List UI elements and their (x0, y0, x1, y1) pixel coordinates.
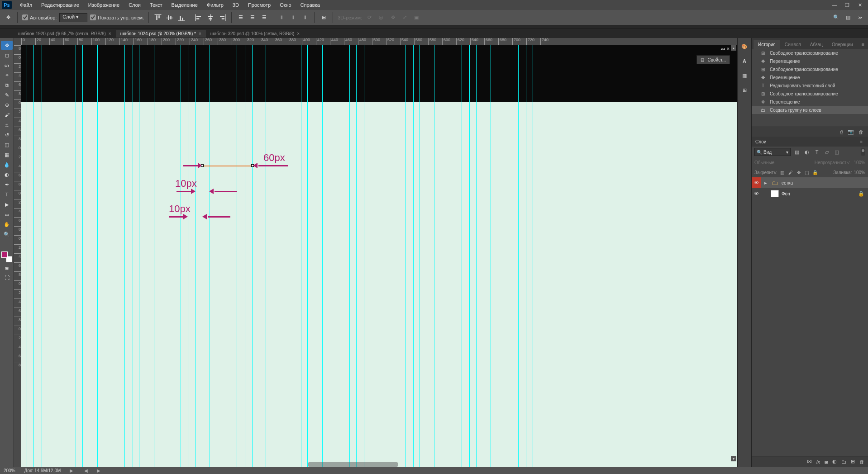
align-left-icon[interactable] (194, 13, 203, 22)
guide-vertical[interactable] (237, 45, 237, 467)
guide-vertical[interactable] (97, 45, 98, 467)
history-snapshot-icon[interactable]: 📷 (848, 129, 854, 135)
guide-vertical[interactable] (82, 45, 83, 467)
guide-vertical[interactable] (476, 45, 477, 467)
filter-smart-icon[interactable]: ◫ (833, 148, 840, 156)
filter-toggle[interactable] (861, 148, 865, 156)
menu-редактирование[interactable]: Редактирование (37, 1, 84, 9)
guide-vertical[interactable] (379, 45, 379, 467)
marquee-tool[interactable]: ◻ (1, 51, 13, 60)
layer-name-label[interactable]: сетка (782, 180, 793, 185)
distribute-left-icon[interactable]: ⫴ (277, 13, 286, 22)
color-swatches[interactable] (1, 251, 12, 262)
screen-mode-tool[interactable]: ⛶ (1, 273, 13, 282)
libraries-panel-icon[interactable]: ⊞ (739, 85, 749, 95)
panel-menu-icon[interactable]: ≡ (860, 40, 866, 49)
blur-tool[interactable]: 💧 (1, 160, 13, 169)
menu-окно[interactable]: Окно (275, 1, 296, 9)
auto-select-mode[interactable]: Слой ▾ (59, 13, 87, 22)
guide-vertical[interactable] (307, 45, 308, 467)
align-bottom-icon[interactable] (177, 13, 186, 22)
scroll-up-button[interactable]: ▴ (731, 45, 736, 51)
document-tab[interactable]: шаблон 1024.psd @ 200% (RGB/8) *× (116, 30, 206, 38)
layer-row[interactable]: 👁Фон🔒 (752, 188, 868, 199)
auto-select-checkbox[interactable]: Автовыбор: (22, 14, 57, 20)
guide-vertical[interactable] (27, 45, 27, 467)
layer-row[interactable]: 👁▸🗀сетка (752, 177, 868, 188)
guide-vertical[interactable] (266, 45, 266, 467)
blend-mode-select[interactable]: Обычные (754, 160, 774, 165)
quick-mask-tool[interactable]: ◙ (1, 263, 13, 272)
menu-слои[interactable]: Слои (124, 1, 145, 9)
link-layers-icon[interactable]: ⋈ (807, 459, 812, 465)
guide-vertical[interactable] (518, 45, 519, 467)
close-tab-icon[interactable]: × (199, 31, 201, 36)
zoom-tool[interactable]: 🔍 (1, 230, 13, 239)
crop-tool[interactable]: ⧉ (1, 81, 13, 90)
menu-текст[interactable]: Текст (145, 1, 167, 9)
window-close[interactable]: ✕ (854, 0, 866, 10)
show-transform-checkbox[interactable]: Показать упр. элем. (90, 14, 144, 20)
move-tool[interactable]: ✥ (1, 41, 13, 50)
guide-vertical[interactable] (462, 45, 462, 467)
guide-vertical[interactable] (364, 45, 364, 467)
window-maximize[interactable]: ❐ (841, 0, 854, 10)
history-item[interactable]: ✥Перемещение (752, 73, 868, 81)
guide-vertical[interactable] (533, 45, 533, 467)
guide-vertical[interactable] (245, 45, 245, 467)
history-delete-icon[interactable]: 🗑 (858, 129, 863, 135)
panel-grip-strip[interactable] (0, 25, 868, 29)
menu-просмотр[interactable]: Просмотр (243, 1, 275, 9)
new-layer-icon[interactable]: ⊞ (851, 459, 855, 465)
scroll-down-button[interactable]: ▾ (731, 456, 736, 461)
brush-tool[interactable]: 🖌 (1, 110, 13, 119)
align-vcenter-icon[interactable] (165, 13, 174, 22)
guide-vertical[interactable] (293, 45, 293, 467)
history-item[interactable]: ✥Перемещение (752, 98, 868, 106)
history-new-doc-icon[interactable]: ⎙ (840, 129, 843, 135)
horizontal-ruler[interactable]: 0204060801001201401601802002202402602803… (21, 38, 737, 45)
ruler-origin[interactable] (14, 38, 21, 45)
selection-handle[interactable] (201, 164, 204, 167)
guide-vertical[interactable] (420, 45, 420, 467)
distribute-top-icon[interactable]: ☰ (236, 13, 245, 22)
eraser-tool[interactable]: ◫ (1, 140, 13, 149)
guide-vertical[interactable] (469, 45, 470, 467)
foreground-color-swatch[interactable] (1, 251, 8, 258)
fill-value[interactable]: 100% (854, 170, 865, 175)
guide-vertical[interactable] (434, 45, 434, 467)
distribute-vcenter-icon[interactable]: ☰ (248, 13, 257, 22)
canvas[interactable]: 60px 10px 10px (21, 45, 737, 467)
guide-vertical[interactable] (124, 45, 125, 467)
close-tab-icon[interactable]: × (109, 31, 111, 36)
align-right-icon[interactable] (218, 13, 227, 22)
window-minimize[interactable]: — (828, 0, 841, 10)
swatches-panel-icon[interactable]: ▦ (739, 71, 749, 81)
layer-expand-icon[interactable]: ▸ (763, 180, 768, 186)
lock-transparency-icon[interactable]: ▨ (779, 169, 786, 175)
guide-vertical[interactable] (405, 45, 405, 467)
guide-vertical[interactable] (189, 45, 189, 467)
layer-visibility-toggle[interactable]: 👁 (752, 188, 761, 199)
history-item[interactable]: 🗀Создать группу из слоев (752, 106, 868, 114)
close-tab-icon[interactable]: × (297, 31, 300, 36)
layer-fx-icon[interactable]: fx (816, 459, 820, 465)
workspace-icon[interactable]: ▥ (844, 13, 853, 22)
guide-vertical[interactable] (491, 45, 491, 467)
guide-vertical[interactable] (76, 45, 76, 467)
path-select-tool[interactable]: ▶ (1, 200, 13, 209)
guide-vertical[interactable] (210, 45, 210, 467)
hand-tool[interactable]: ✋ (1, 220, 13, 229)
guide-vertical[interactable] (526, 45, 526, 467)
guide-vertical[interactable] (154, 45, 154, 467)
magic-wand-tool[interactable]: ✧ (1, 71, 13, 80)
menu-выделение[interactable]: Выделение (167, 1, 202, 9)
adjustment-layer-icon[interactable]: ◐ (832, 459, 837, 465)
history-item[interactable]: ✥Перемещение (752, 57, 868, 65)
healing-brush-tool[interactable]: ⊕ (1, 100, 13, 109)
auto-align-icon[interactable]: ⊞ (319, 13, 328, 22)
new-group-icon[interactable]: 🗀 (841, 459, 846, 465)
layer-mask-icon[interactable]: ◙ (825, 459, 828, 465)
guide-vertical[interactable] (33, 45, 34, 467)
history-item[interactable]: TРедактировать текстовый слой (752, 81, 868, 90)
